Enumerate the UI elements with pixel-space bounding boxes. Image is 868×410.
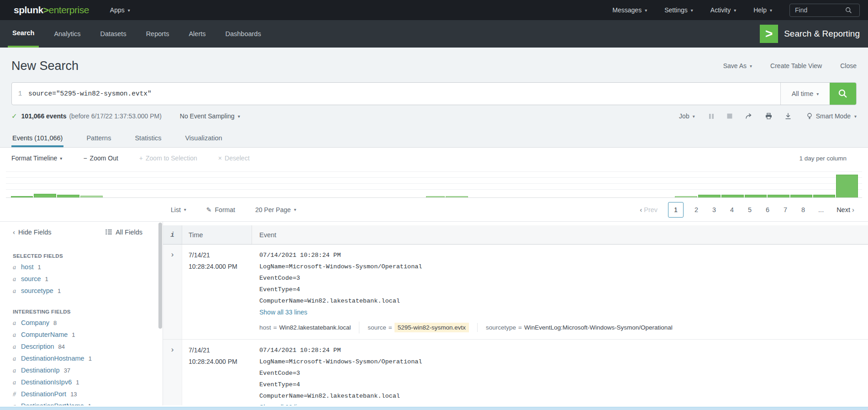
event-detail-cell: 07/14/2021 10:28:24 PMLogName=Microsoft-… [252, 245, 868, 339]
timeline-bar[interactable] [446, 196, 468, 197]
field-item-computername[interactable]: aComputerName1 [13, 331, 163, 338]
save-as-button[interactable]: Save As ▾ [723, 62, 752, 69]
timeline-bar[interactable] [34, 194, 56, 197]
search-query-input[interactable]: source="5295-win82-sysmon.evtx" [28, 83, 780, 105]
prev-page-button[interactable]: ‹ Prev [640, 206, 658, 213]
show-all-lines-link[interactable]: Show all 33 lines [259, 307, 307, 318]
page-button-4[interactable]: 4 [727, 206, 737, 213]
field-type-icon: # [13, 391, 17, 398]
timeline-bar[interactable] [426, 196, 445, 197]
timeline-bar[interactable] [721, 195, 744, 197]
field-count: 1 [37, 264, 41, 271]
timeline-bar[interactable] [813, 195, 835, 197]
share-job-button[interactable] [745, 113, 752, 119]
field-item-destinationportname[interactable]: aDestinationPortName1 [13, 403, 163, 405]
appnav-item-dashboards[interactable]: Dashboards [221, 20, 266, 48]
appnav-item-reports[interactable]: Reports [142, 20, 174, 48]
list-view-menu[interactable]: List ▾ [171, 206, 186, 213]
appnav-item-datasets[interactable]: Datasets [95, 20, 131, 48]
page-button-3[interactable]: 3 [709, 206, 719, 213]
time-range-picker[interactable]: All time ▾ [780, 83, 830, 105]
field-type-icon: a [13, 264, 17, 271]
expand-row-icon[interactable]: › [171, 345, 174, 354]
event-sampling-menu[interactable]: No Event Sampling ▾ [180, 112, 240, 120]
timeline-bar[interactable] [675, 196, 697, 197]
topbar-menu-messages[interactable]: Messages▾ [612, 6, 647, 14]
all-fields-link[interactable]: All Fields [105, 228, 142, 236]
sidebar-scrollbar[interactable] [158, 223, 162, 329]
search-mode-menu[interactable]: Smart Mode ▾ [807, 112, 857, 120]
event-field-source[interactable]: source=5295-win82-sysmon.evtx [359, 322, 477, 333]
apps-menu[interactable]: Apps ▾ [110, 6, 130, 14]
tab-statistics[interactable]: Statistics [134, 127, 162, 147]
find-box[interactable] [789, 4, 860, 17]
per-page-menu[interactable]: 20 Per Page ▾ [255, 206, 296, 213]
timeline-bar[interactable] [768, 195, 789, 197]
tab-visualization[interactable]: Visualization [184, 127, 223, 147]
page-button-1[interactable]: 1 [668, 202, 684, 218]
page-button-6[interactable]: 6 [763, 206, 773, 213]
next-page-button[interactable]: Next › [836, 206, 854, 213]
field-item-destinationport[interactable]: #DestinationPort13 [13, 391, 163, 398]
expand-row-icon[interactable]: › [171, 250, 174, 259]
event-field-value[interactable]: 5295-win82-sysmon.evtx [395, 323, 469, 332]
pause-job-button[interactable] [709, 113, 714, 119]
event-timeline-histogram[interactable] [0, 169, 868, 198]
topbar-menu-activity[interactable]: Activity▾ [710, 6, 736, 14]
stop-job-button[interactable] [727, 113, 732, 119]
format-menu[interactable]: ✎ Format [206, 206, 235, 213]
field-item-description[interactable]: aDescription84 [13, 343, 163, 350]
event-detail-cell: 07/14/2021 10:28:24 PMLogName=Microsoft-… [252, 340, 868, 405]
hide-fields-link[interactable]: ‹ Hide Fields [13, 228, 52, 236]
event-row: ›7/14/2110:28:24.000 PM07/14/2021 10:28:… [163, 245, 868, 340]
appnav-item-search[interactable]: Search [8, 20, 39, 48]
page-button-5[interactable]: 5 [745, 206, 755, 213]
zoom-to-selection-button[interactable]: + Zoom to Selection [139, 154, 197, 162]
export-button[interactable] [785, 113, 791, 119]
topbar-menu-settings[interactable]: Settings▾ [664, 6, 693, 14]
zoom-out-button[interactable]: − Zoom Out [83, 154, 118, 162]
column-header-time[interactable]: Time [182, 225, 252, 244]
appnav-item-alerts[interactable]: Alerts [184, 20, 210, 48]
page-button-2[interactable]: 2 [691, 206, 701, 213]
timeline-bar[interactable] [57, 195, 79, 197]
event-field-key: source [368, 324, 386, 331]
field-item-destinationisipv6[interactable]: aDestinationIsIpv61 [13, 379, 163, 386]
topbar-menu-help[interactable]: Help▾ [753, 6, 772, 14]
timeline-bar[interactable] [790, 195, 812, 197]
field-item-company[interactable]: aCompany8 [13, 319, 163, 326]
timeline-bar[interactable] [745, 195, 767, 197]
page-button-[interactable]: ... [816, 206, 826, 213]
event-field-sourcetype[interactable]: sourcetype=WinEventLog:Microsoft-Windows… [477, 323, 681, 332]
tab-patterns[interactable]: Patterns [85, 127, 112, 147]
timeline-bar[interactable] [698, 195, 721, 197]
appnav-item-analytics[interactable]: Analytics [49, 20, 85, 48]
chevron-left-icon: ‹ [13, 228, 15, 236]
field-item-destinationip[interactable]: aDestinationIp37 [13, 367, 163, 374]
page-button-7[interactable]: 7 [780, 206, 790, 213]
find-input[interactable] [794, 6, 845, 14]
field-item-source[interactable]: asource1 [13, 276, 163, 282]
timeline-bar[interactable] [11, 196, 33, 197]
job-menu[interactable]: Job ▾ [679, 112, 695, 120]
field-item-sourcetype[interactable]: asourcetype1 [13, 288, 163, 294]
search-icon [838, 89, 848, 99]
page-button-8[interactable]: 8 [798, 206, 808, 213]
chevron-down-icon: ▾ [734, 8, 736, 13]
show-all-lines-link[interactable]: Show all 33 lines [259, 402, 307, 405]
create-table-view-button[interactable]: Create Table View [770, 62, 822, 69]
field-item-host[interactable]: ahost1 [13, 264, 163, 271]
event-field-value[interactable]: Win82.lakestatebank.local [279, 324, 351, 331]
run-search-button[interactable] [830, 83, 856, 105]
event-field-host[interactable]: host=Win82.lakestatebank.local [259, 323, 359, 332]
close-button[interactable]: Close [840, 62, 857, 69]
event-field-value[interactable]: WinEventLog:Microsoft-Windows-Sysmon/Ope… [524, 324, 673, 331]
print-button[interactable] [765, 113, 772, 119]
tab-events-101-066[interactable]: Events (101,066) [11, 127, 63, 147]
format-timeline-menu[interactable]: Format Timeline ▾ [11, 154, 62, 162]
timeline-bar[interactable] [80, 196, 103, 197]
field-item-destinationhostname[interactable]: aDestinationHostname1 [13, 355, 163, 362]
events-table-body: ›7/14/2110:28:24.000 PM07/14/2021 10:28:… [163, 245, 868, 405]
deselect-button[interactable]: × Deselect [218, 154, 250, 162]
timeline-bar[interactable] [836, 175, 858, 197]
